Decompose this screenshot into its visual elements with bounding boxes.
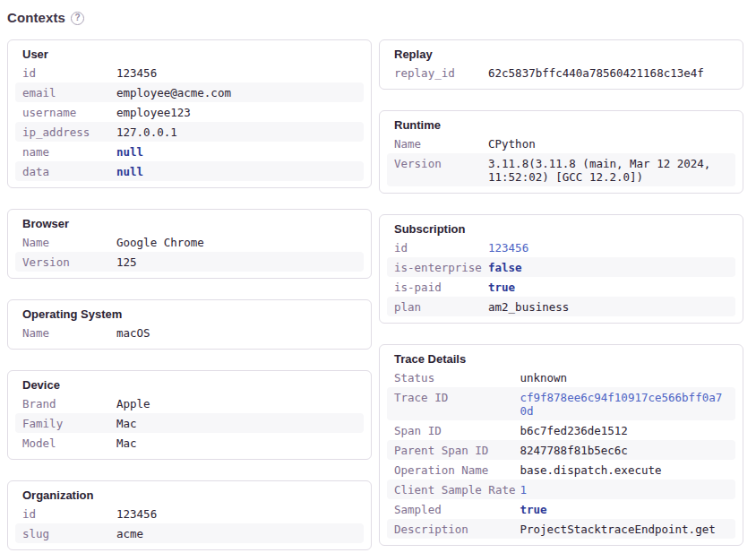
context-row: planam2_business (387, 297, 735, 316)
context-cards-grid: User id123456emailemployee@acme.comusern… (7, 39, 743, 550)
context-key: Brand (15, 393, 116, 413)
context-row: Client Sample Rate1 (387, 480, 735, 499)
context-value: false (488, 257, 735, 277)
page-title: Contexts (7, 10, 65, 26)
context-key: id (15, 504, 116, 523)
context-value: 123456 (116, 504, 364, 523)
context-row: Operation Namebase.dispatch.execute (387, 460, 735, 480)
context-value-link[interactable]: cf9f878ee6c94f10917ce566bff0a70d (520, 387, 735, 420)
context-value: 127.0.0.1 (116, 122, 364, 142)
context-value: 123456 (116, 63, 364, 82)
context-card-runtime: Runtime NameCPythonVersion3.11.8(3.11.8 … (379, 110, 743, 194)
context-key: username (15, 102, 116, 122)
context-value: 8247788f81b5ec6c (520, 440, 735, 460)
context-row: id123456 (387, 238, 735, 257)
context-value: null (116, 161, 364, 181)
context-value: Apple (116, 393, 364, 413)
column-left: User id123456emailemployee@acme.comusern… (7, 39, 372, 550)
context-card-operating-system: Operating System NamemacOS (7, 299, 372, 350)
context-key: Version (15, 252, 116, 272)
context-row: Version125 (15, 252, 364, 272)
context-row: NamemacOS (15, 323, 364, 342)
context-value: 3.11.8(3.11.8 (main, Mar 12 2024, 11:52:… (488, 153, 735, 186)
context-key: Description (387, 519, 520, 539)
context-row: Sampledtrue (387, 499, 735, 519)
context-row: Statusunknown (387, 367, 735, 387)
context-row: Trace IDcf9f878ee6c94f10917ce566bff0a70d (387, 387, 735, 420)
context-row: usernameemployee123 (15, 102, 364, 122)
context-row: emailemployee@acme.com (15, 82, 364, 102)
context-card-replay: Replay replay_id62c5837bffc440a785604211… (379, 39, 743, 90)
context-value: 123456 (488, 238, 735, 257)
card-title: Browser (15, 216, 364, 231)
context-table: replay_id62c5837bffc440a78560421168c13e4… (387, 63, 735, 82)
context-table: NameGoogle ChromeVersion125 (15, 232, 364, 272)
context-key: Model (15, 433, 116, 453)
context-row: ip_address127.0.0.1 (15, 122, 364, 142)
context-row: Version3.11.8(3.11.8 (main, Mar 12 2024,… (387, 153, 735, 186)
context-row: replay_id62c5837bffc440a78560421168c13e4… (387, 63, 735, 82)
card-title: Subscription (387, 221, 735, 237)
context-card-trace-details: Trace Details StatusunknownTrace IDcf9f8… (379, 344, 743, 546)
context-key: ip_address (15, 122, 116, 142)
context-value: 62c5837bffc440a78560421168c13e4f (488, 63, 735, 82)
context-row: id123456 (15, 504, 364, 523)
context-value: employee123 (116, 102, 364, 122)
context-key: email (15, 82, 116, 102)
card-title: Runtime (387, 117, 735, 133)
context-table: id123456is-enterprisefalseis-paidtruepla… (387, 238, 735, 316)
context-value: unknown (520, 367, 735, 387)
card-title: Trace Details (387, 351, 735, 367)
context-card-browser: Browser NameGoogle ChromeVersion125 (7, 209, 372, 279)
context-key: is-paid (387, 277, 488, 297)
context-value: true (520, 499, 735, 519)
context-key: Operation Name (387, 460, 520, 480)
context-key: Name (15, 232, 116, 252)
context-row: FamilyMac (15, 413, 364, 433)
context-table: NameCPythonVersion3.11.8(3.11.8 (main, M… (387, 134, 735, 186)
context-value: null (116, 142, 364, 161)
context-card-user: User id123456emailemployee@acme.comusern… (7, 39, 372, 188)
section-header: Contexts ? (7, 10, 743, 26)
context-key: id (387, 238, 488, 257)
context-value: Mac (116, 413, 364, 433)
help-icon[interactable]: ? (71, 12, 84, 25)
context-value: employee@acme.com (116, 82, 364, 102)
column-right: Replay replay_id62c5837bffc440a785604211… (379, 39, 743, 546)
context-card-organization: Organization id123456slugacme (7, 480, 372, 550)
card-title: Device (15, 377, 364, 393)
context-table: StatusunknownTrace IDcf9f878ee6c94f10917… (387, 367, 735, 539)
context-value: Google Chrome (116, 232, 364, 252)
context-table: id123456slugacme (15, 504, 364, 543)
context-value: true (488, 277, 735, 297)
context-table: id123456emailemployee@acme.comusernameem… (15, 63, 364, 181)
context-value: Mac (116, 433, 364, 453)
context-key: Sampled (387, 499, 520, 519)
context-key: Version (387, 153, 488, 186)
context-value: macOS (116, 323, 364, 342)
context-key: replay_id (387, 63, 488, 82)
context-value: base.dispatch.execute (520, 460, 735, 480)
context-row: Span IDb6c7fed236de1512 (387, 420, 735, 440)
context-row: is-enterprisefalse (387, 257, 735, 277)
context-value: 125 (116, 252, 364, 272)
context-row: namenull (15, 142, 364, 161)
context-row: NameCPython (387, 134, 735, 153)
context-row: DescriptionProjectStacktraceEndpoint.get (387, 519, 735, 539)
context-key: is-enterprise (387, 257, 488, 277)
context-key: slug (15, 523, 116, 543)
context-key: name (15, 142, 116, 161)
context-value: ProjectStacktraceEndpoint.get (520, 519, 735, 539)
context-value: CPython (488, 134, 735, 153)
context-value: am2_business (488, 297, 735, 316)
context-row: Parent Span ID8247788f81b5ec6c (387, 440, 735, 460)
context-key: Status (387, 367, 520, 387)
context-row: NameGoogle Chrome (15, 232, 364, 252)
context-key: data (15, 161, 116, 181)
context-row: datanull (15, 161, 364, 181)
context-key: Family (15, 413, 116, 433)
context-value: 1 (520, 480, 735, 499)
card-title: User (15, 47, 364, 62)
contexts-section: Contexts ? User id123456emailemployee@ac… (0, 0, 756, 553)
context-key: Client Sample Rate (387, 480, 520, 499)
